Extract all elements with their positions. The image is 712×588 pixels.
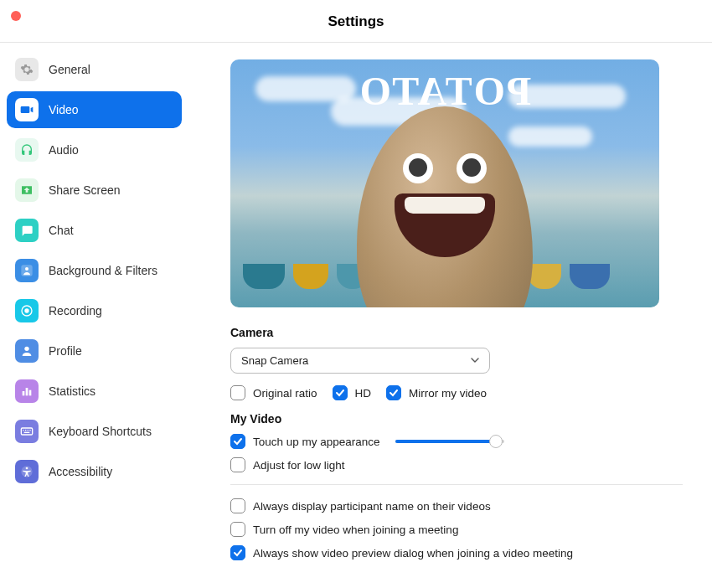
- touch-up-slider[interactable]: [395, 434, 504, 449]
- hd-checkbox[interactable]: [333, 385, 348, 400]
- sidebar-item-background-filters[interactable]: Background & Filters: [7, 252, 182, 289]
- display-name-option[interactable]: Always display participant name on their…: [230, 498, 683, 513]
- sidebar-item-video[interactable]: Video: [7, 91, 182, 128]
- camera-heading: Camera: [230, 326, 683, 339]
- keyboard-icon: [15, 420, 39, 443]
- sidebar-item-accessibility[interactable]: Accessibility: [7, 453, 182, 490]
- svg-point-15: [26, 467, 28, 470]
- svg-point-4: [24, 347, 28, 351]
- sidebar-item-label: Video: [49, 103, 79, 116]
- window-title: Settings: [0, 13, 712, 30]
- original-ratio-checkbox[interactable]: [230, 385, 245, 400]
- low-light-option[interactable]: Adjust for low light: [230, 457, 345, 472]
- sidebar-item-statistics[interactable]: Statistics: [7, 373, 182, 410]
- svg-point-1: [25, 267, 28, 271]
- a11y-icon: [15, 460, 39, 483]
- touch-up-label: Touch up my appearance: [253, 436, 380, 448]
- video-icon: [15, 98, 39, 121]
- title-bar: Settings: [0, 0, 712, 43]
- sidebar-item-chat[interactable]: Chat: [7, 212, 182, 249]
- sidebar-item-share-screen[interactable]: Share Screen: [7, 172, 182, 209]
- svg-rect-9: [23, 430, 23, 431]
- svg-rect-7: [29, 390, 32, 396]
- mirror-option[interactable]: Mirror my video: [386, 385, 487, 400]
- svg-rect-8: [21, 428, 32, 435]
- svg-rect-5: [23, 391, 25, 395]
- camera-select-value: Snap Camera: [241, 354, 308, 367]
- close-window-button[interactable]: [11, 11, 21, 21]
- original-ratio-label: Original ratio: [253, 387, 317, 400]
- gear-icon: [15, 58, 39, 81]
- hd-label: HD: [355, 387, 372, 400]
- original-ratio-option[interactable]: Original ratio: [230, 385, 317, 400]
- svg-rect-6: [26, 388, 28, 395]
- headphones-icon: [15, 138, 39, 162]
- mirror-label: Mirror my video: [409, 387, 487, 400]
- turn-off-option[interactable]: Turn off my video when joining a meeting: [230, 522, 683, 537]
- low-light-label: Adjust for low light: [253, 459, 345, 472]
- window-controls: [11, 11, 21, 21]
- preview-dialog-option[interactable]: Always show video preview dialog when jo…: [230, 545, 683, 560]
- sidebar-item-recording[interactable]: Recording: [7, 292, 182, 329]
- slider-thumb[interactable]: [489, 435, 503, 448]
- video-preview: POTATO: [230, 59, 659, 307]
- person-sq-icon: [15, 259, 39, 282]
- bars-icon: [15, 379, 39, 403]
- mirror-checkbox[interactable]: [386, 385, 401, 400]
- sidebar-item-label: Share Screen: [49, 183, 121, 197]
- sidebar: GeneralVideoAudioShare ScreenChatBackgro…: [0, 43, 188, 587]
- touch-up-option[interactable]: Touch up my appearance: [230, 434, 380, 449]
- preview-dialog-label: Always show video preview dialog when jo…: [253, 547, 573, 560]
- svg-rect-10: [25, 430, 26, 431]
- hd-option[interactable]: HD: [333, 385, 372, 400]
- display-name-checkbox[interactable]: [230, 498, 245, 513]
- chevron-down-icon: [471, 354, 479, 367]
- sidebar-item-audio[interactable]: Audio: [7, 132, 182, 168]
- svg-rect-12: [29, 430, 30, 431]
- chat-icon: [15, 219, 39, 242]
- camera-select[interactable]: Snap Camera: [230, 348, 490, 374]
- sidebar-item-label: Recording: [49, 304, 102, 317]
- sidebar-item-label: Chat: [49, 224, 74, 237]
- sidebar-item-label: Statistics: [49, 384, 95, 398]
- content-panel: POTATO Camera Snap Camera Original ratio…: [188, 43, 712, 587]
- svg-rect-13: [24, 432, 30, 433]
- person-icon: [15, 339, 39, 363]
- touch-up-checkbox[interactable]: [230, 434, 245, 449]
- sidebar-item-label: Keyboard Shortcuts: [49, 425, 152, 438]
- turn-off-checkbox[interactable]: [230, 522, 245, 537]
- turn-off-label: Turn off my video when joining a meeting: [253, 524, 458, 536]
- display-name-label: Always display participant name on their…: [253, 500, 491, 513]
- sidebar-item-general[interactable]: General: [7, 51, 182, 88]
- sidebar-item-label: Accessibility: [49, 465, 112, 478]
- sidebar-item-label: Audio: [49, 143, 79, 157]
- low-light-checkbox[interactable]: [230, 457, 245, 472]
- my-video-heading: My Video: [230, 412, 683, 426]
- sidebar-item-profile[interactable]: Profile: [7, 333, 182, 369]
- record-icon: [15, 299, 39, 322]
- sidebar-item-label: Background & Filters: [49, 264, 157, 277]
- svg-point-3: [24, 308, 28, 312]
- sidebar-item-label: General: [49, 63, 90, 76]
- sidebar-item-keyboard-shortcuts[interactable]: Keyboard Shortcuts: [7, 413, 182, 450]
- svg-rect-11: [28, 430, 28, 431]
- preview-dialog-checkbox[interactable]: [230, 545, 245, 560]
- sidebar-item-label: Profile: [49, 344, 82, 358]
- share-icon: [15, 178, 39, 202]
- divider: [230, 484, 683, 485]
